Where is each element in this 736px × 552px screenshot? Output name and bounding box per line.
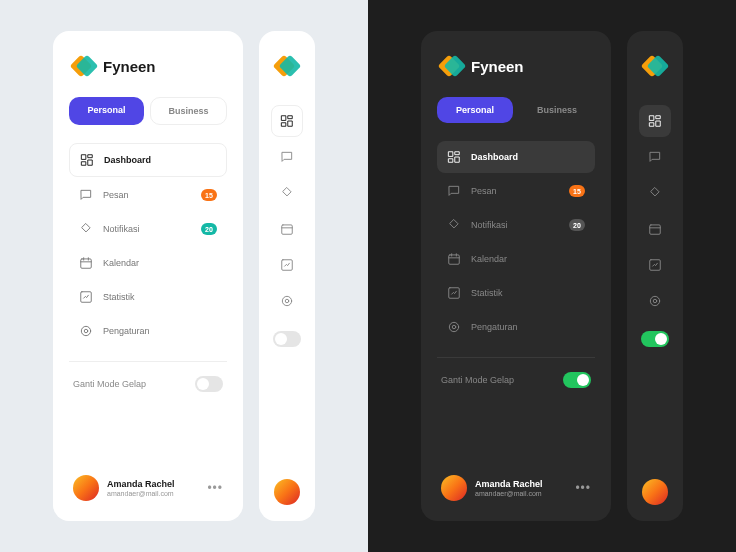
nav-statistik[interactable]: Statistik [437,277,595,309]
nav-kalendar[interactable]: Kalendar [437,243,595,275]
svg-rect-8 [282,116,286,121]
account-tabs: Personal Business [437,97,595,123]
chart-icon [447,286,461,300]
brand-name: Fyneen [471,58,524,75]
more-icon[interactable]: ••• [575,481,591,495]
nav-label: Pengaturan [471,322,518,332]
nav-label: Dashboard [104,155,151,165]
mini-kalendar[interactable] [639,213,671,245]
avatar[interactable] [73,475,99,501]
svg-point-7 [81,326,90,335]
mini-pesan[interactable] [639,141,671,173]
svg-rect-10 [288,121,292,126]
nav-label: Kalendar [471,254,507,264]
mini-notifikasi[interactable] [639,177,671,209]
svg-point-14 [285,299,289,303]
mini-dark-mode-toggle[interactable] [273,331,301,347]
svg-point-23 [449,322,458,331]
logo-icon [644,55,666,77]
nav-notifikasi[interactable]: Notifikasi 20 [437,209,595,241]
user-block: Amanda Rachel amandaer@mail.com ••• [437,471,595,505]
calendar-icon [280,222,294,236]
dark-mode-toggle[interactable] [195,376,223,392]
divider [437,357,595,358]
tab-personal[interactable]: Personal [437,97,513,123]
svg-rect-28 [650,225,661,234]
tab-personal[interactable]: Personal [69,97,144,125]
svg-rect-16 [449,152,453,157]
dark-mode-toggle[interactable] [563,372,591,388]
gear-icon [79,324,93,338]
svg-rect-4 [81,259,92,268]
mini-statistik[interactable] [639,249,671,281]
mini-dashboard[interactable] [639,105,671,137]
mini-statistik[interactable] [271,249,303,281]
nav-list: Dashboard Pesan 15 Notifikasi 20 Kalenda… [69,143,227,347]
dashboard-icon [648,114,662,128]
svg-rect-20 [449,255,460,264]
message-icon [79,188,93,202]
bell-icon [648,186,662,200]
more-icon[interactable]: ••• [207,481,223,495]
logo-icon [73,55,95,77]
nav-pengaturan[interactable]: Pengaturan [69,315,227,347]
mini-dashboard[interactable] [271,105,303,137]
gear-icon [447,320,461,334]
svg-rect-12 [282,225,293,234]
svg-rect-25 [656,116,660,119]
divider [69,361,227,362]
avatar[interactable] [441,475,467,501]
mini-notifikasi[interactable] [271,177,303,209]
nav-pesan[interactable]: Pesan 15 [437,175,595,207]
nav-pengaturan[interactable]: Pengaturan [437,311,595,343]
calendar-icon [648,222,662,236]
dashboard-icon [280,114,294,128]
badge-notifikasi: 20 [201,223,217,235]
svg-point-15 [282,296,291,305]
tab-business[interactable]: Business [519,97,595,123]
dark-mode-row: Ganti Mode Gelap [69,376,227,392]
chart-icon [648,258,662,272]
nav-label: Pesan [103,190,129,200]
sidebar-collapsed-dark [627,31,683,521]
nav-kalendar[interactable]: Kalendar [69,247,227,279]
svg-point-6 [84,329,88,333]
nav-list: Dashboard Pesan 15 Notifikasi 20 Kalenda… [437,141,595,343]
sidebar-expanded-dark: Fyneen Personal Business Dashboard Pesan… [421,31,611,521]
nav-label: Kalendar [103,258,139,268]
svg-rect-24 [650,116,654,121]
sidebar-collapsed-light [259,31,315,521]
user-info: Amanda Rachel amandaer@mail.com [107,479,175,497]
nav-notifikasi[interactable]: Notifikasi 20 [69,213,227,245]
mini-avatar[interactable] [274,479,300,505]
svg-rect-9 [288,116,292,119]
calendar-icon [447,252,461,266]
mini-pengaturan[interactable] [639,285,671,317]
calendar-icon [79,256,93,270]
mini-dark-mode-toggle[interactable] [641,331,669,347]
svg-rect-17 [455,152,459,155]
nav-dashboard[interactable]: Dashboard [69,143,227,177]
nav-label: Notifikasi [471,220,508,230]
svg-rect-18 [455,157,459,162]
tab-business[interactable]: Business [150,97,227,125]
nav-label: Dashboard [471,152,518,162]
badge-pesan: 15 [569,185,585,197]
user-block: Amanda Rachel amandaer@mail.com ••• [69,471,227,505]
nav-statistik[interactable]: Statistik [69,281,227,313]
mini-pengaturan[interactable] [271,285,303,317]
nav-label: Pesan [471,186,497,196]
nav-pesan[interactable]: Pesan 15 [69,179,227,211]
message-icon [648,150,662,164]
nav-dashboard[interactable]: Dashboard [437,141,595,173]
mini-pesan[interactable] [271,141,303,173]
user-email: amandaer@mail.com [107,490,175,497]
user-email: amandaer@mail.com [475,490,543,497]
nav-label: Statistik [103,292,135,302]
mini-avatar[interactable] [642,479,668,505]
nav-label: Notifikasi [103,224,140,234]
mini-kalendar[interactable] [271,213,303,245]
badge-notifikasi: 20 [569,219,585,231]
svg-rect-26 [656,121,660,126]
bell-icon [79,222,93,236]
